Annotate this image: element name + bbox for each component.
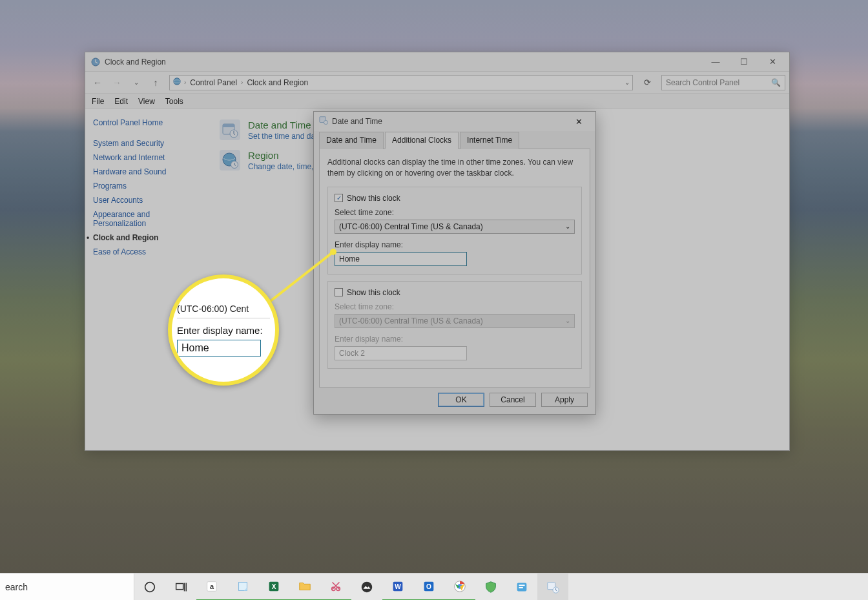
refresh-button[interactable]: ⟳ [639, 75, 655, 90]
tab-date-and-time[interactable]: Date and Time [319, 132, 384, 149]
breadcrumb-leaf[interactable]: Clock and Region [245, 78, 309, 87]
magnifier-tz-fragment: (UTC-06:00) Cent [177, 304, 270, 318]
file-explorer-icon[interactable] [289, 574, 320, 601]
chevron-down-icon: ⌄ [565, 317, 570, 324]
control-panel-home-link[interactable]: Control Panel Home [93, 118, 200, 127]
clock-region-icon [90, 57, 101, 67]
titlebar[interactable]: Clock and Region — ☐ ✕ [85, 52, 789, 72]
svg-rect-4 [223, 124, 234, 127]
addr-dropdown-icon[interactable]: ⌄ [625, 79, 630, 86]
minimize-button[interactable]: — [701, 53, 730, 71]
menu-file[interactable]: File [92, 97, 104, 106]
windows-security-icon[interactable] [475, 574, 506, 601]
back-button[interactable]: ← [89, 74, 106, 91]
tab-internet-time[interactable]: Internet Time [460, 132, 519, 149]
apply-button[interactable]: Apply [541, 393, 588, 407]
breadcrumb-sep-icon: › [184, 79, 186, 86]
taskbar-search[interactable]: earch [0, 574, 134, 601]
dialog-button-row: OK Cancel Apply [314, 393, 595, 415]
magnifier-label: Enter display name: [177, 325, 270, 336]
maximize-button[interactable]: ☐ [730, 53, 758, 71]
taskbar-icons: a X W O [134, 574, 568, 600]
taskbar-search-placeholder: earch [5, 582, 28, 592]
clock1-name-input[interactable]: Home [335, 252, 467, 266]
dialog-titlebar[interactable]: Date and Time ✕ [314, 112, 595, 131]
window-title: Clock and Region [105, 57, 701, 67]
checkbox-icon[interactable] [335, 288, 343, 296]
sidebar-item-ease-access[interactable]: Ease of Access [93, 245, 200, 259]
settings-panel-icon[interactable] [506, 574, 537, 601]
dialog-title: Date and Time [332, 117, 566, 126]
breadcrumb-root[interactable]: Control Panel [189, 78, 238, 87]
clock2-show-label: Show this clock [347, 288, 400, 297]
svg-point-9 [324, 120, 327, 124]
svg-text:W: W [395, 583, 401, 590]
tab-additional-clocks[interactable]: Additional Clocks [385, 132, 459, 149]
up-button[interactable]: ↑ [147, 74, 164, 91]
sidebar-item-user-accounts[interactable]: User Accounts [93, 193, 200, 207]
sidebar-item-system-security[interactable]: System and Security [93, 136, 200, 150]
clock2-timezone-value: (UTC-06:00) Central Time (US & Canada) [339, 316, 483, 326]
amazon-app-icon[interactable]: a [196, 574, 227, 601]
menu-view[interactable]: View [138, 97, 155, 106]
svg-point-12 [145, 582, 155, 592]
sidebar-item-hardware-sound[interactable]: Hardware and Sound [93, 165, 200, 179]
date-time-sublink[interactable]: Set the time and date [248, 132, 322, 141]
tab-strip: Date and Time Additional Clocks Internet… [314, 131, 595, 149]
recent-dropdown-button[interactable]: ⌄ [128, 74, 145, 91]
breadcrumb-sep-icon: › [241, 79, 243, 86]
menu-bar: File Edit View Tools [85, 94, 789, 109]
clock1-name-label: Enter display name: [335, 240, 575, 249]
ok-button[interactable]: OK [438, 393, 484, 407]
svg-rect-31 [519, 584, 524, 586]
svg-rect-32 [519, 587, 522, 588]
sidebar-item-clock-region[interactable]: Clock and Region [93, 231, 200, 245]
clock1-timezone-value: (UTC-06:00) Central Time (US & Canada) [339, 222, 483, 231]
snip-sketch-icon[interactable] [320, 574, 351, 601]
dialog-close-button[interactable]: ✕ [566, 113, 592, 130]
svg-text:X: X [272, 583, 276, 590]
cortana-circle-icon[interactable] [134, 574, 165, 601]
menu-tools[interactable]: Tools [165, 97, 183, 106]
search-placeholder: Search Control Panel [666, 78, 771, 87]
sidebar-item-programs[interactable]: Programs [93, 179, 200, 193]
photos-icon[interactable] [351, 574, 382, 601]
clock2-tz-label: Select time zone: [335, 302, 575, 311]
sidebar: Control Panel Home System and Security N… [85, 109, 208, 450]
calendar-clock-icon [220, 119, 240, 140]
date-time-link[interactable]: Date and Time [248, 119, 322, 130]
clock2-show-checkbox-row[interactable]: Show this clock [335, 288, 575, 297]
sidebar-item-network-internet[interactable]: Network and Internet [93, 150, 200, 165]
magnifier-callout: (UTC-06:00) Cent Enter display name: Hom… [168, 274, 279, 386]
svg-text:O: O [426, 583, 431, 590]
clock1-name-value: Home [339, 254, 360, 264]
outlook-icon[interactable]: O [413, 574, 444, 601]
clock2-timezone-combo: (UTC-06:00) Central Time (US & Canada) ⌄ [335, 314, 575, 328]
clock2-name-input: Clock 2 [335, 346, 467, 360]
menu-edit[interactable]: Edit [114, 97, 128, 106]
search-box[interactable]: Search Control Panel 🔍 [661, 75, 785, 90]
taskbar[interactable]: earch a X W O [0, 573, 868, 600]
calendar-clock-icon [319, 116, 328, 127]
forward-button[interactable]: → [108, 74, 125, 91]
globe-clock-icon [220, 150, 240, 171]
globe-icon [172, 77, 181, 88]
close-button[interactable]: ✕ [758, 53, 787, 71]
address-bar[interactable]: › Control Panel › Clock and Region ⌄ [169, 75, 633, 90]
clock1-timezone-combo[interactable]: (UTC-06:00) Central Time (US & Canada) ⌄ [335, 220, 575, 234]
excel-icon[interactable]: X [258, 574, 289, 601]
svg-text:a: a [210, 582, 214, 590]
clock2-group: Show this clock Select time zone: (UTC-0… [327, 281, 582, 369]
clock2-name-label: Enter display name: [335, 335, 575, 344]
task-view-icon[interactable] [165, 574, 196, 601]
cancel-button[interactable]: Cancel [490, 393, 536, 407]
checkbox-icon[interactable]: ✓ [335, 194, 343, 202]
clock1-show-checkbox-row[interactable]: ✓ Show this clock [335, 194, 575, 203]
tab-panel-additional-clocks: Additional clocks can display the time i… [319, 149, 590, 388]
chrome-icon[interactable] [444, 574, 475, 601]
desktop-background: Clock and Region — ☐ ✕ ← → ⌄ ↑ › Control… [0, 0, 868, 600]
sticky-notes-icon[interactable] [227, 574, 258, 601]
sidebar-item-appearance[interactable]: Appearance and Personalization [93, 207, 200, 231]
word-icon[interactable]: W [382, 574, 413, 601]
date-time-cpl-icon[interactable] [537, 574, 568, 601]
